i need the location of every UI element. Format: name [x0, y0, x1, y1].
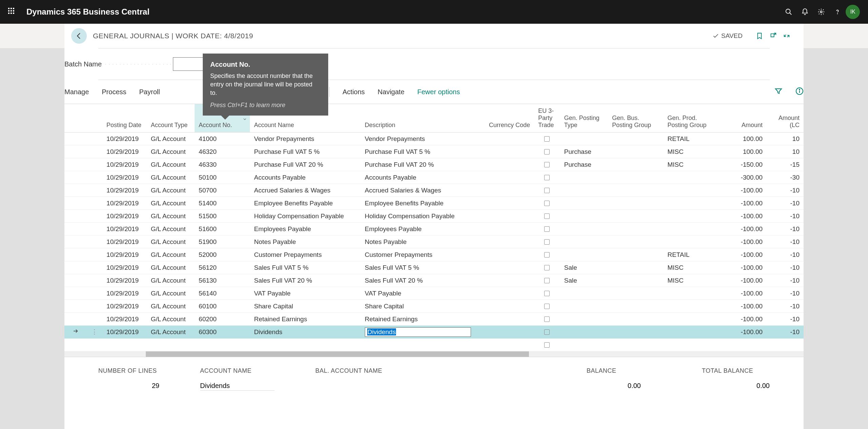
- cell-posting-date[interactable]: 10/29/2019: [102, 326, 147, 339]
- table-row[interactable]: 10/29/2019G/L Account46320Purchase Full …: [64, 145, 804, 158]
- cell-currency-code[interactable]: [475, 210, 534, 223]
- col-account-type[interactable]: Account Type: [147, 104, 195, 132]
- cell-gen-prod-pg[interactable]: RETAIL: [663, 248, 718, 261]
- cell-eu3-checkbox[interactable]: [534, 261, 560, 274]
- row-menu-icon[interactable]: [86, 158, 102, 171]
- cell-gen-bus-pg[interactable]: [608, 248, 663, 261]
- cell-posting-date[interactable]: 10/29/2019: [102, 236, 147, 248]
- cell-currency-code[interactable]: [475, 223, 534, 236]
- help-icon[interactable]: [829, 4, 846, 20]
- row-menu-icon[interactable]: [86, 171, 102, 184]
- cell-account-name[interactable]: Holiday Compensation Payable: [250, 210, 360, 223]
- row-indicator[interactable]: [64, 287, 86, 300]
- cell-account-type[interactable]: G/L Account: [147, 171, 195, 184]
- cell-account-no[interactable]: 50100: [195, 171, 250, 184]
- cell-account-type[interactable]: G/L Account: [147, 313, 195, 326]
- row-menu-icon[interactable]: [86, 223, 102, 236]
- horizontal-scrollbar[interactable]: [64, 351, 804, 357]
- row-menu-icon[interactable]: [86, 132, 102, 145]
- collapse-icon[interactable]: [780, 29, 793, 43]
- col-posting-date[interactable]: Posting Date: [102, 104, 147, 132]
- cell-account-type[interactable]: G/L Account: [147, 145, 195, 158]
- cell-posting-date[interactable]: 10/29/2019: [102, 171, 147, 184]
- cell-account-type[interactable]: G/L Account: [147, 274, 195, 287]
- table-row[interactable]: 10/29/2019G/L Account51400Employee Benef…: [64, 197, 804, 210]
- cell-account-type[interactable]: G/L Account: [147, 300, 195, 313]
- row-menu-icon[interactable]: [86, 184, 102, 197]
- cell-currency-code[interactable]: [475, 326, 534, 339]
- row-menu-icon[interactable]: [86, 236, 102, 248]
- cell-account-name[interactable]: Sales Full VAT 5 %: [250, 261, 360, 274]
- manage-menu[interactable]: Manage: [64, 88, 89, 96]
- cell-description[interactable]: Vendor Prepayments: [361, 132, 475, 145]
- col-gen-posting-type[interactable]: Gen. Posting Type: [560, 104, 608, 132]
- cell-account-no[interactable]: 41000: [195, 132, 250, 145]
- cell-amount-lcy[interactable]: -10: [767, 274, 804, 287]
- cell-gen-bus-pg[interactable]: [608, 261, 663, 274]
- table-row[interactable]: 10/29/2019G/L Account60100Share CapitalS…: [64, 300, 804, 313]
- cell-eu3-checkbox[interactable]: [534, 197, 560, 210]
- cell-gen-bus-pg[interactable]: [608, 287, 663, 300]
- cell-amount[interactable]: -100.00: [719, 210, 767, 223]
- cell-gen-bus-pg[interactable]: [608, 210, 663, 223]
- cell-account-name[interactable]: Dividends: [250, 326, 360, 339]
- cell-account-no[interactable]: 60100: [195, 300, 250, 313]
- cell-eu3-checkbox[interactable]: [534, 326, 560, 339]
- popout-icon[interactable]: [766, 29, 780, 43]
- cell-amount-lcy[interactable]: -10: [767, 197, 804, 210]
- cell-eu3-checkbox[interactable]: [534, 248, 560, 261]
- cell-description[interactable]: Holiday Compensation Payable: [361, 210, 475, 223]
- cell-gen-posting-type[interactable]: [560, 236, 608, 248]
- cell-gen-bus-pg[interactable]: [608, 223, 663, 236]
- cell-amount[interactable]: -100.00: [719, 261, 767, 274]
- cell-amount-lcy[interactable]: -10: [767, 184, 804, 197]
- row-indicator[interactable]: [64, 300, 86, 313]
- cell-gen-bus-pg[interactable]: [608, 236, 663, 248]
- cell-gen-prod-pg[interactable]: [663, 223, 718, 236]
- app-launcher-icon[interactable]: [8, 8, 16, 16]
- cell-posting-date[interactable]: 10/29/2019: [102, 158, 147, 171]
- table-row[interactable]: 10/29/2019G/L Account56120Sales Full VAT…: [64, 261, 804, 274]
- actions-menu[interactable]: Actions: [342, 88, 365, 96]
- cell-gen-bus-pg[interactable]: [608, 313, 663, 326]
- info-icon[interactable]: [795, 87, 804, 97]
- process-menu[interactable]: Process: [102, 88, 126, 96]
- cell-account-type[interactable]: G/L Account: [147, 326, 195, 339]
- row-indicator[interactable]: [64, 261, 86, 274]
- cell-posting-date[interactable]: 10/29/2019: [102, 274, 147, 287]
- cell-gen-prod-pg[interactable]: RETAIL: [663, 132, 718, 145]
- cell-account-type[interactable]: G/L Account: [147, 132, 195, 145]
- cell-gen-bus-pg[interactable]: [608, 197, 663, 210]
- cell-account-type[interactable]: G/L Account: [147, 158, 195, 171]
- cell-gen-posting-type[interactable]: [560, 132, 608, 145]
- cell-amount-lcy[interactable]: -10: [767, 210, 804, 223]
- cell-amount-lcy[interactable]: -10: [767, 261, 804, 274]
- table-row[interactable]: 10/29/2019G/L Account51500Holiday Compen…: [64, 210, 804, 223]
- cell-eu3-checkbox[interactable]: [534, 132, 560, 145]
- cell-account-type[interactable]: G/L Account: [147, 197, 195, 210]
- cell-account-no[interactable]: 51500: [195, 210, 250, 223]
- table-row[interactable]: 10/29/2019G/L Account52000Customer Prepa…: [64, 248, 804, 261]
- cell-description[interactable]: Notes Payable: [361, 236, 475, 248]
- row-indicator[interactable]: [64, 274, 86, 287]
- cell-account-name[interactable]: Accounts Payable: [250, 171, 360, 184]
- row-menu-icon[interactable]: [86, 197, 102, 210]
- cell-eu3-checkbox[interactable]: [534, 223, 560, 236]
- row-indicator[interactable]: [64, 158, 86, 171]
- cell-gen-posting-type[interactable]: [560, 223, 608, 236]
- bookmark-icon[interactable]: [753, 29, 766, 43]
- cell-amount[interactable]: -100.00: [719, 313, 767, 326]
- col-currency-code[interactable]: Currency Code: [475, 104, 534, 132]
- cell-gen-posting-type[interactable]: [560, 300, 608, 313]
- cell-description[interactable]: Sales Full VAT 5 %: [361, 261, 475, 274]
- table-row[interactable]: ⋮10/29/2019G/L Account60300DividendsDivi…: [64, 326, 804, 339]
- cell-currency-code[interactable]: [475, 145, 534, 158]
- cell-account-type[interactable]: G/L Account: [147, 184, 195, 197]
- cell-amount-lcy[interactable]: -10: [767, 300, 804, 313]
- cell-account-no[interactable]: 46320: [195, 145, 250, 158]
- cell-gen-prod-pg[interactable]: [663, 287, 718, 300]
- row-menu-icon[interactable]: [86, 274, 102, 287]
- cell-amount-lcy[interactable]: -15: [767, 158, 804, 171]
- cell-posting-date[interactable]: 10/29/2019: [102, 184, 147, 197]
- cell-gen-bus-pg[interactable]: [608, 158, 663, 171]
